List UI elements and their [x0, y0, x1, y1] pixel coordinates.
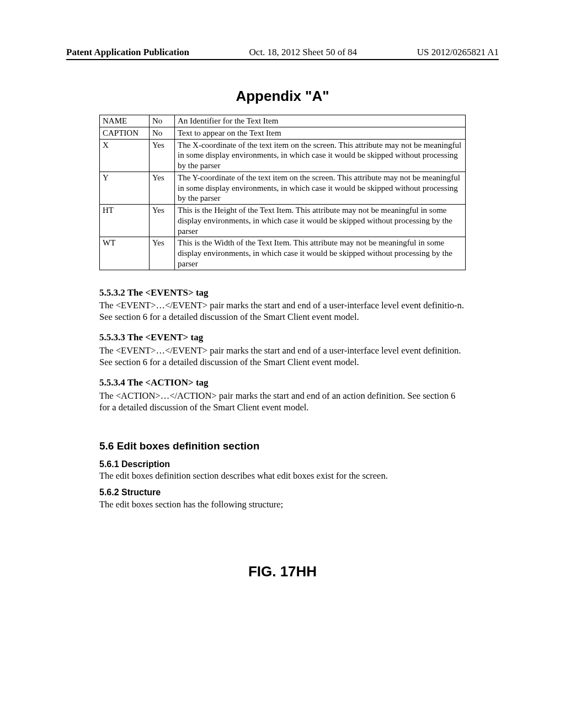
header-date-sheet: Oct. 18, 2012 Sheet 50 of 84	[249, 47, 357, 58]
section-heading-description: 5.6.1 Description	[99, 459, 466, 470]
page-header: Patent Application Publication Oct. 18, …	[66, 47, 499, 60]
attr-name: HT	[100, 205, 150, 237]
table-row: NAME No An Identifier for the Text Item	[100, 115, 466, 127]
header-document-number: US 2012/0265821 A1	[417, 47, 499, 58]
table-row: WT Yes This is the Width of the Text Ite…	[100, 237, 466, 270]
attr-optional: Yes	[150, 139, 175, 172]
appendix-title: Appendix "A"	[66, 88, 499, 105]
page-container: Patent Application Publication Oct. 18, …	[0, 0, 565, 581]
attr-optional: No	[150, 115, 175, 127]
table-row: X Yes The X-coordinate of the text item …	[100, 139, 466, 172]
attr-name: NAME	[100, 115, 150, 127]
attr-description: Text to appear on the Text Item	[175, 127, 466, 139]
section-heading-edit-boxes: 5.6 Edit boxes definition section	[99, 440, 466, 453]
section-heading-structure: 5.6.2 Structure	[99, 487, 466, 498]
attr-description: The X-coordinate of the text item on the…	[175, 139, 466, 172]
attr-name: Y	[100, 172, 150, 204]
section-body: The <EVENT>…</EVENT> pair marks the star…	[99, 345, 466, 368]
header-publication-label: Patent Application Publication	[66, 47, 189, 58]
attr-name: X	[100, 139, 150, 172]
attr-name: WT	[100, 237, 150, 270]
table-row: HT Yes This is the Height of the Text It…	[100, 205, 466, 237]
section-heading-events-tag: 5.5.3.2 The <EVENTS> tag	[99, 287, 466, 299]
attr-description: The Y-coordinate of the text item on the…	[175, 172, 466, 204]
section-body: The <ACTION>…</ACTION> pair marks the st…	[99, 390, 466, 413]
section-body: The edit boxes section has the following…	[99, 499, 466, 510]
document-body: 5.5.3.2 The <EVENTS> tag The <EVENT>…</E…	[99, 287, 466, 581]
attr-optional: No	[150, 127, 175, 139]
attr-optional: Yes	[150, 205, 175, 237]
attr-description: This is the Height of the Text Item. Thi…	[175, 205, 466, 237]
figure-label: FIG. 17HH	[99, 563, 466, 581]
attributes-table: NAME No An Identifier for the Text Item …	[99, 115, 466, 270]
attr-optional: Yes	[150, 237, 175, 270]
attr-name: CAPTION	[100, 127, 150, 139]
section-body: The edit boxes definition section descri…	[99, 470, 466, 481]
attr-optional: Yes	[150, 172, 175, 204]
table-row: Y Yes The Y-coordinate of the text item …	[100, 172, 466, 204]
table-row: CAPTION No Text to appear on the Text It…	[100, 127, 466, 139]
section-heading-action-tag: 5.5.3.4 The <ACTION> tag	[99, 377, 466, 389]
section-heading-event-tag: 5.5.3.3 The <EVENT> tag	[99, 331, 466, 344]
attr-description: This is the Width of the Text Item. This…	[175, 237, 466, 270]
attr-description: An Identifier for the Text Item	[175, 115, 466, 127]
section-body: The <EVENT>…</EVENT> pair marks the star…	[99, 299, 466, 323]
